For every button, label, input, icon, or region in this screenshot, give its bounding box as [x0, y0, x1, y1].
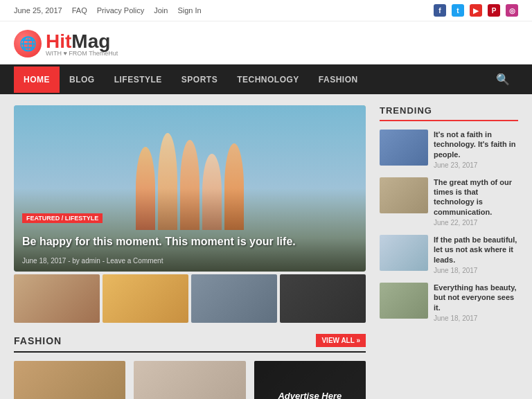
thumb-3[interactable] — [191, 274, 277, 323]
featured-article: FEATURED / LIFESTYLE Be happy for this m… — [14, 105, 366, 272]
logo-bar: 🌐 HitMag WITH ♥ FROM ThemeHut — [0, 21, 532, 64]
trend-date-1: June 23, 2017 — [434, 161, 518, 169]
faq-link[interactable]: FAQ — [72, 6, 87, 15]
featured-title[interactable]: Be happy for this moment. This moment is… — [22, 235, 357, 249]
trend-content-3: If the path be beautiful, let us not ask… — [434, 235, 518, 274]
fashion-title: FASHION — [14, 335, 62, 346]
thumb-4[interactable] — [280, 274, 366, 323]
trend-thumb-2 — [380, 177, 428, 213]
top-bar-left: June 25, 2017 FAQ Privacy Policy Join Si… — [14, 6, 202, 15]
logo[interactable]: 🌐 HitMag WITH ♥ FROM ThemeHut — [14, 30, 118, 57]
fashion-item-2: Everything has beauty, but not everyone … — [134, 361, 245, 399]
nav-blog[interactable]: BLOG — [60, 66, 105, 93]
date-label: June 25, 2017 — [14, 6, 62, 15]
join-link[interactable]: Join — [154, 6, 168, 15]
thumb-2[interactable] — [103, 274, 188, 323]
privacy-link[interactable]: Privacy Policy — [97, 6, 144, 15]
trend-thumb-4 — [380, 283, 428, 319]
trend-thumb-1 — [380, 130, 428, 166]
trend-item-2: The great myth of our times is that tech… — [380, 177, 518, 227]
thumbnail-row — [14, 274, 366, 323]
trend-content-1: It's not a faith in technology. It's fai… — [434, 130, 518, 169]
view-all-button[interactable]: VIEW ALL » — [316, 334, 366, 347]
trend-item-3: If the path be beautiful, let us not ask… — [380, 235, 518, 274]
featured-meta: June 18, 2017 - by admin - Leave a Comme… — [22, 257, 163, 265]
instagram-icon[interactable]: ◎ — [506, 4, 518, 17]
logo-globe-icon: 🌐 — [14, 30, 42, 57]
fashion-section: FASHION VIEW ALL » Everything has beauty… — [14, 334, 366, 399]
trend-title-2[interactable]: The great myth of our times is that tech… — [434, 177, 518, 217]
trend-title-1[interactable]: It's not a faith in technology. It's fai… — [434, 130, 518, 159]
trend-item-4: Everything has beauty, but not everyone … — [380, 283, 518, 322]
trend-date-4: June 18, 2017 — [434, 314, 518, 322]
fashion-grid: Everything has beauty, but not everyone … — [14, 361, 366, 399]
trend-content-4: Everything has beauty, but not everyone … — [434, 283, 518, 322]
thumb-1[interactable] — [14, 274, 100, 323]
sidebar: TRENDING It's not a faith in technology.… — [380, 105, 518, 399]
trend-title-4[interactable]: Everything has beauty, but not everyone … — [434, 283, 518, 312]
signin-link[interactable]: Sign In — [177, 6, 201, 15]
fashion-item-1 — [14, 361, 125, 399]
section-header: FASHION VIEW ALL » — [14, 334, 366, 353]
nav-fashion[interactable]: FASHION — [309, 66, 368, 93]
fashion-image-1 — [14, 361, 125, 399]
main-nav: HOME BLOG LIFESTYLE SPORTS TECHNOLOGY FA… — [0, 64, 532, 94]
nav-lifestyle[interactable]: LIFESTYLE — [105, 66, 172, 93]
fashion-image-2 — [134, 361, 245, 399]
pinterest-icon[interactable]: P — [488, 4, 500, 17]
nav-home[interactable]: HOME — [14, 66, 60, 93]
trend-date-2: June 22, 2017 — [434, 219, 518, 227]
trend-date-3: June 18, 2017 — [434, 267, 518, 274]
youtube-icon[interactable]: ▶ — [470, 4, 482, 17]
nav-technology[interactable]: TECHNOLOGY — [227, 66, 309, 93]
trending-title: TRENDING — [380, 105, 518, 121]
trend-content-2: The great myth of our times is that tech… — [434, 177, 518, 227]
trend-item-1: It's not a faith in technology. It's fai… — [380, 130, 518, 169]
main-container: FEATURED / LIFESTYLE Be happy for this m… — [0, 94, 532, 399]
main-content: FEATURED / LIFESTYLE Be happy for this m… — [14, 105, 366, 399]
twitter-icon[interactable]: t — [452, 4, 464, 17]
trend-thumb-3 — [380, 235, 428, 271]
fashion-item-3: Advertise Here — [254, 361, 366, 399]
fashion-image-3: Advertise Here — [254, 361, 366, 399]
top-bar: June 25, 2017 FAQ Privacy Policy Join Si… — [0, 0, 532, 21]
trend-title-3[interactable]: If the path be beautiful, let us not ask… — [434, 235, 518, 265]
facebook-icon[interactable]: f — [434, 4, 446, 17]
search-icon[interactable]: 🔍 — [488, 64, 518, 94]
social-icons: f t ▶ P ◎ — [434, 4, 518, 17]
logo-tagline: WITH ♥ FROM ThemeHut — [46, 50, 118, 57]
advertise-overlay: Advertise Here — [254, 361, 366, 399]
advertise-text[interactable]: Advertise Here — [278, 391, 342, 400]
nav-sports[interactable]: SPORTS — [172, 66, 227, 93]
featured-badge: FEATURED / LIFESTYLE — [22, 213, 103, 223]
featured-image: FEATURED / LIFESTYLE Be happy for this m… — [14, 105, 366, 272]
